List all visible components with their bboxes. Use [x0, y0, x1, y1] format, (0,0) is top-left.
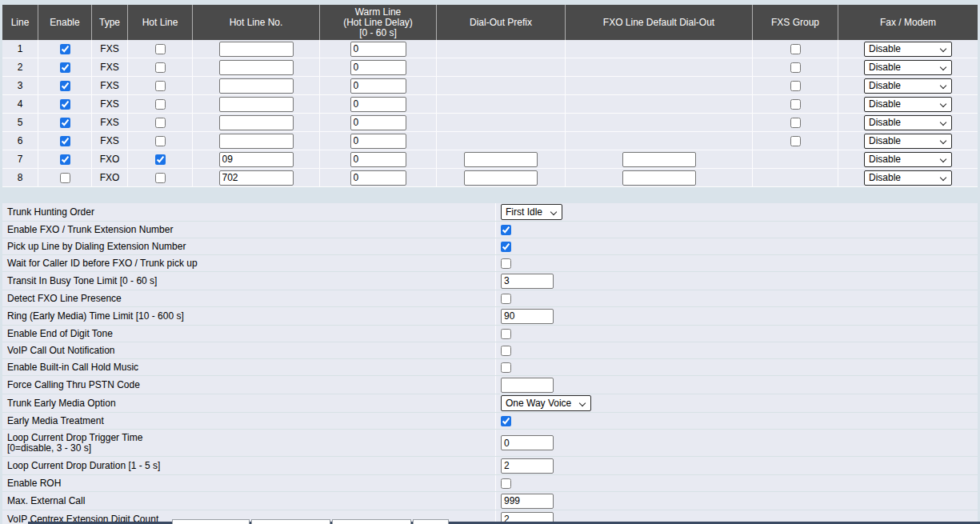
enable-checkbox-line-3[interactable]: [60, 81, 70, 91]
line-row-3: 3FXSDisable: [2, 77, 978, 95]
dial-out-prefix-cell: [437, 58, 566, 76]
warm-line-input-line-2[interactable]: [350, 60, 406, 75]
fxs-group-checkbox-line-1[interactable]: [790, 44, 801, 54]
line-table-header: LineEnableTypeHot LineHot Line No.Warm L…: [2, 5, 978, 40]
setting-control-cell: [496, 413, 978, 429]
chevron-down-icon: [940, 155, 946, 162]
fxs-group-checkbox-line-4[interactable]: [790, 99, 801, 110]
warm-line-input-line-1[interactable]: [350, 42, 406, 57]
fax-modem-select-line-1[interactable]: Disable: [864, 42, 952, 57]
column-header-line: Line: [2, 5, 38, 40]
wait-callerid-before-pickup-checkbox[interactable]: [501, 258, 511, 269]
fax-modem-select-line-3[interactable]: Disable: [864, 78, 952, 94]
setting-label: Transit In Busy Tone Limit [0 - 60 s]: [2, 272, 496, 290]
enable-checkbox-line-4[interactable]: [60, 99, 70, 110]
enable-checkbox-line-5[interactable]: [60, 118, 70, 128]
setting-label-text: Loop Current Drop Duration [1 - 5 s]: [7, 461, 495, 471]
chevron-down-icon: [940, 174, 946, 180]
line-number: 3: [2, 77, 38, 94]
fxs-group-checkbox-line-3[interactable]: [790, 81, 801, 91]
warm-line-input-line-4[interactable]: [350, 97, 406, 112]
hot-line-no-input-line-5[interactable]: [219, 115, 294, 130]
setting-row-wait-callerid-before-pickup: Wait for Caller ID before FXO / Trunk pi…: [2, 255, 978, 272]
loop-current-drop-duration-input[interactable]: [501, 458, 554, 474]
setting-label: Wait for Caller ID before FXO / Trunk pi…: [2, 255, 496, 271]
setting-label: Detect FXO Line Presence: [2, 290, 496, 306]
hot-line-checkbox-line-6[interactable]: [155, 136, 166, 146]
enable-checkbox-line-7[interactable]: [60, 154, 70, 165]
hot-line-no-input-line-1[interactable]: [219, 42, 294, 57]
dial-out-prefix-cell: [437, 40, 566, 58]
warm-line-input-line-8[interactable]: [350, 170, 406, 186]
enable-fxo-trunk-ext-number-checkbox[interactable]: [501, 225, 511, 235]
fax-modem-select-line-4[interactable]: Disable: [864, 97, 952, 112]
line-number: 4: [2, 95, 38, 113]
hot-line-no-input-line-8[interactable]: [219, 170, 294, 186]
fxo-default-dial-out-input-line-7[interactable]: [622, 152, 696, 167]
voip-call-out-notification-checkbox[interactable]: [501, 346, 511, 356]
hot-line-checkbox-line-2[interactable]: [155, 62, 166, 73]
hot-line-no-input-line-4[interactable]: [219, 97, 294, 112]
setting-label: Loop Current Drop Duration [1 - 5 s]: [2, 457, 496, 474]
fxs-group-checkbox-line-2[interactable]: [790, 62, 801, 73]
fxo-default-dial-out-input-line-8[interactable]: [622, 170, 696, 186]
warm-line-input-line-6[interactable]: [350, 134, 406, 149]
hot-line-no-input-line-7[interactable]: [219, 152, 294, 167]
pickup-line-by-dialing-ext-checkbox[interactable]: [501, 242, 511, 252]
line-type: FXS: [92, 58, 128, 76]
enable-checkbox-line-1[interactable]: [60, 44, 70, 54]
enable-builtin-call-hold-music-checkbox[interactable]: [501, 362, 511, 373]
hot-line-checkbox-line-7[interactable]: [155, 154, 166, 165]
setting-label: Enable ROH: [2, 475, 496, 491]
transit-in-busy-tone-limit-input[interactable]: [501, 274, 554, 289]
trunk-hunting-order-select[interactable]: First Idle: [501, 204, 562, 220]
early-media-treatment-checkbox[interactable]: [501, 416, 511, 426]
dial-out-prefix-input-line-8[interactable]: [464, 170, 538, 186]
enable-end-of-digit-tone-checkbox[interactable]: [501, 329, 511, 339]
hot-line-checkbox-line-8[interactable]: [155, 173, 166, 183]
setting-label-text: Trunk Hunting Order: [7, 207, 495, 218]
warm-line-input-line-3[interactable]: [350, 78, 406, 94]
setting-label: Enable FXO / Trunk Extension Number: [2, 222, 496, 238]
trunk-early-media-option-select[interactable]: One Way Voice: [501, 395, 591, 411]
fxs-group-cell: [753, 169, 838, 186]
fxs-group-checkbox-line-6[interactable]: [790, 136, 801, 146]
dial-out-prefix-cell: [437, 132, 566, 150]
enable-checkbox-line-2[interactable]: [60, 62, 70, 73]
dial-out-prefix-cell: [437, 114, 566, 131]
setting-control-cell: [496, 457, 978, 474]
fax-modem-select-line-5[interactable]: Disable: [864, 115, 952, 130]
detect-fxo-line-presence-checkbox[interactable]: [501, 294, 511, 304]
warm-line-cell: [320, 132, 437, 150]
fax-modem-cell: Disable: [838, 58, 978, 76]
max-external-call-input[interactable]: [501, 494, 554, 509]
ring-early-media-time-limit-input[interactable]: [501, 309, 554, 324]
column-header-fxo_default: FXO Line Default Dial-Out: [566, 5, 753, 40]
enable-checkbox-line-6[interactable]: [60, 136, 70, 146]
warm-line-input-line-5[interactable]: [350, 115, 406, 130]
enable-cell: [38, 150, 92, 168]
setting-row-max-external-call: Max. External Call: [2, 492, 978, 510]
fax-modem-select-line-6[interactable]: Disable: [864, 134, 952, 149]
enable-roh-checkbox[interactable]: [501, 478, 511, 489]
hot-line-cell: [128, 58, 193, 76]
setting-label: Early Media Treatment: [2, 413, 496, 429]
enable-checkbox-line-8[interactable]: [60, 173, 70, 183]
hot-line-checkbox-line-4[interactable]: [155, 99, 166, 110]
fax-modem-select-line-2[interactable]: Disable: [864, 60, 952, 75]
fax-modem-select-line-7[interactable]: Disable: [864, 152, 952, 167]
dial-out-prefix-input-line-7[interactable]: [464, 152, 538, 167]
hot-line-checkbox-line-3[interactable]: [155, 81, 166, 91]
hot-line-checkbox-line-5[interactable]: [155, 118, 166, 128]
loop-current-drop-trigger-time-input[interactable]: [501, 435, 554, 450]
hot-line-no-input-line-2[interactable]: [219, 60, 294, 75]
hot-line-no-cell: [193, 132, 320, 150]
fxs-group-checkbox-line-5[interactable]: [790, 118, 801, 128]
fax-modem-select-line-8[interactable]: Disable: [864, 170, 952, 186]
hot-line-no-input-line-3[interactable]: [219, 78, 294, 94]
warm-line-input-line-7[interactable]: [350, 152, 406, 167]
hot-line-no-input-line-6[interactable]: [219, 134, 294, 149]
force-calling-thru-pstn-code-input[interactable]: [501, 378, 554, 393]
hot-line-checkbox-line-1[interactable]: [155, 44, 166, 54]
column-header-dial_out_prefix: Dial-Out Prefix: [437, 5, 566, 40]
